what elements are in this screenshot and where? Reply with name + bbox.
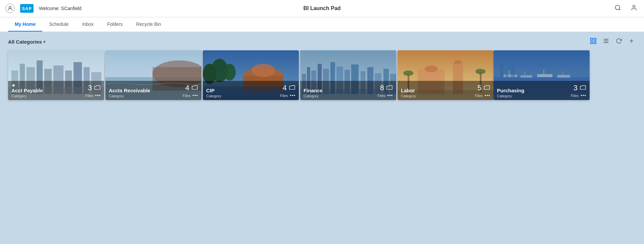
card-count: 3: [88, 84, 92, 92]
more-icon[interactable]: •••: [290, 93, 295, 98]
card-type: Category: [11, 94, 43, 98]
folder-icon: [484, 85, 490, 92]
card-type: Category: [401, 94, 416, 98]
nav-item-inbox[interactable]: Inbox: [76, 17, 100, 32]
svg-rect-75: [505, 63, 509, 77]
card-count: 5: [477, 84, 481, 92]
svg-point-35: [251, 64, 275, 77]
search-icon[interactable]: [613, 3, 623, 14]
card-title: Accts Receivable: [109, 88, 150, 93]
card-files-label: Files: [377, 94, 385, 98]
card-right: 3 Files •••: [571, 84, 586, 98]
svg-point-3: [633, 5, 635, 7]
svg-point-61: [475, 69, 486, 74]
refresh-button[interactable]: [614, 37, 623, 47]
card-info: Finance Category: [304, 88, 323, 98]
card-right: 3 Files •••: [85, 84, 101, 98]
card-type: Category: [304, 94, 323, 98]
card-count-row: 4: [185, 84, 198, 92]
navigation: My Home Schedule Inbox Folders Recycle B…: [0, 17, 644, 32]
add-button[interactable]: [627, 37, 636, 47]
svg-point-32: [224, 64, 236, 81]
nav-item-folders[interactable]: Folders: [100, 17, 130, 32]
folder-icon: [386, 85, 393, 92]
more-icon[interactable]: •••: [581, 93, 586, 98]
card-files-label: Files: [475, 94, 482, 98]
card-files-label: Files: [85, 94, 93, 98]
header: SAP Welcome: SCanfield BI Launch Pad: [0, 0, 644, 17]
more-icon[interactable]: •••: [95, 93, 101, 98]
card-files-label: Files: [571, 94, 579, 98]
card-info: Acct Payable Category: [11, 88, 43, 98]
card-files-row: Files •••: [475, 93, 490, 98]
card-count-row: 5: [477, 84, 490, 92]
nav-item-schedule[interactable]: Schedule: [42, 17, 75, 32]
user-avatar[interactable]: [5, 4, 15, 13]
card-files-row: Files •••: [571, 93, 586, 98]
card-accts-receivable[interactable]: Accts Receivable Category 4 Files: [105, 50, 201, 100]
folder-icon: [94, 85, 101, 92]
card-right: 8 Files •••: [377, 84, 393, 98]
chevron-down-icon: ▾: [43, 40, 45, 44]
card-count-row: 4: [283, 84, 295, 92]
card-files-label: Files: [280, 94, 288, 98]
card-count-row: 3: [573, 84, 586, 92]
card-type: Category: [109, 94, 150, 98]
card-purchasing[interactable]: Purchasing Category 3 Files ••: [494, 50, 590, 100]
svg-line-2: [619, 9, 620, 10]
toolbar: All Categories ▾: [0, 32, 644, 50]
sap-logo: SAP: [20, 4, 34, 13]
more-icon[interactable]: •••: [387, 93, 393, 98]
card-count: 3: [573, 84, 578, 92]
card-type: Category: [206, 94, 221, 98]
card-finance[interactable]: Finance Category 8 Files •••: [300, 50, 396, 100]
more-icon[interactable]: •••: [485, 93, 490, 98]
card-overlay: CIP Category 4 Files •••: [203, 81, 299, 100]
card-labor[interactable]: Labor Category 5 Files •••: [398, 50, 494, 100]
card-count: 8: [380, 84, 384, 92]
cards-row-2: Purchasing Category 3 Files ••: [494, 50, 590, 100]
logo-area: SAP Welcome: SCanfield: [5, 4, 82, 13]
card-title: Acct Payable: [11, 88, 43, 93]
card-info: Purchasing Category: [497, 88, 524, 98]
card-count: 4: [283, 84, 287, 92]
notifications-icon[interactable]: [629, 3, 639, 14]
card-right: 4 Files •••: [280, 84, 295, 98]
card-overlay: Purchasing Category 3 Files ••: [494, 81, 590, 100]
svg-rect-5: [594, 38, 596, 40]
card-overlay: Finance Category 8 Files •••: [300, 81, 396, 100]
header-actions: [613, 3, 639, 14]
nav-item-my-home[interactable]: My Home: [8, 17, 42, 32]
list-view-button[interactable]: [602, 37, 610, 47]
all-categories-filter[interactable]: All Categories ▾: [8, 39, 45, 45]
more-icon[interactable]: •••: [192, 93, 198, 98]
star-icon[interactable]: ★: [11, 83, 16, 88]
card-title: CIP: [206, 88, 221, 93]
grid-view-button[interactable]: [589, 37, 598, 47]
card-overlay: Acct Payable Category 3 Files: [8, 81, 104, 100]
nav-item-recycle-bin[interactable]: Recycle Bin: [130, 17, 168, 32]
folder-icon: [191, 85, 198, 92]
card-cip[interactable]: CIP Category 4 Files •••: [203, 50, 299, 100]
cards-container: Acct Payable Category 3 Files: [0, 50, 644, 109]
card-files-row: Files •••: [85, 93, 101, 98]
card-title: Labor: [401, 88, 416, 93]
welcome-text: Welcome: SCanfield: [39, 6, 82, 11]
card-overlay: Labor Category 5 Files •••: [398, 81, 494, 100]
card-info: Accts Receivable Category: [109, 88, 150, 98]
cards-row-1: Acct Payable Category 3 Files: [8, 50, 494, 100]
app-title: BI Launch Pad: [303, 5, 340, 11]
filter-label: All Categories: [8, 39, 42, 45]
card-title: Purchasing: [497, 88, 524, 93]
card-acct-payable[interactable]: Acct Payable Category 3 Files: [8, 50, 104, 100]
card-overlay: Accts Receivable Category 4 Files: [105, 81, 201, 100]
folder-icon: [289, 85, 295, 92]
card-info: Labor Category: [401, 88, 416, 98]
card-files-row: Files •••: [377, 93, 393, 98]
card-info: CIP Category: [206, 88, 221, 98]
svg-rect-7: [594, 42, 596, 44]
svg-point-0: [9, 6, 11, 8]
card-files-row: Files •••: [183, 93, 198, 98]
svg-rect-57: [455, 60, 461, 64]
svg-point-55: [424, 65, 438, 72]
